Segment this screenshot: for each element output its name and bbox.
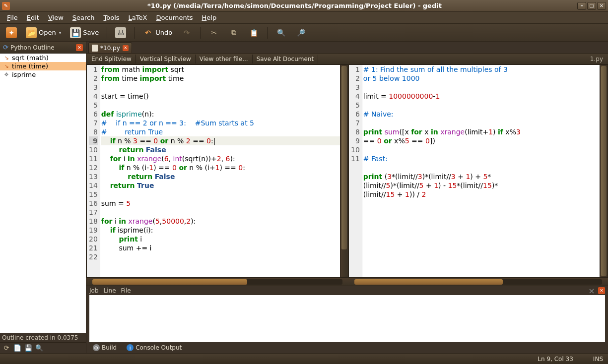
vscrollbar-left[interactable]	[340, 65, 348, 277]
outline-item-icon: ↘	[3, 63, 10, 70]
menu-latex[interactable]: LaTeX	[125, 13, 151, 22]
search-icon: 🔍	[275, 27, 286, 38]
document-icon	[92, 45, 98, 52]
window-controls: – ▢ ✕	[577, 2, 606, 10]
copy-icon: ⧉	[228, 27, 239, 38]
menu-tools[interactable]: Tools	[100, 13, 124, 22]
sidebar-status-text: Outline created in 0.0375	[0, 333, 86, 342]
outline-item-label: time (time)	[12, 62, 48, 70]
separator	[267, 27, 268, 39]
separator	[107, 27, 107, 39]
maximize-button[interactable]: ▢	[587, 2, 596, 10]
editor-left-pane: 12345678910111213141516171819202122 from…	[86, 64, 348, 286]
col-job: Job	[89, 287, 99, 294]
bottom-content[interactable]	[89, 295, 605, 342]
splitview-toolbar: End Splitview Vertical Splitview View ot…	[86, 54, 608, 64]
editor-tabs: *10.py ✕	[86, 42, 608, 54]
outline-item-label: isprime	[12, 71, 36, 78]
print-icon: 🖶	[115, 27, 126, 38]
bottom-panel: Job Line File × ✕ ⚙ Build i Console Outp…	[86, 286, 608, 353]
new-file-button[interactable]: ✦	[3, 26, 20, 40]
bottom-headers: Job Line File × ✕	[86, 286, 608, 295]
gutter-right: 1234567891011	[349, 65, 362, 277]
save-icon: 💾	[70, 27, 81, 38]
tab-10py[interactable]: *10.py ✕	[88, 42, 132, 53]
menu-search[interactable]: Search	[68, 13, 99, 22]
menu-help[interactable]: Help	[198, 13, 221, 22]
save-label: Save	[83, 29, 99, 36]
sidebar-header: ⟳ Python Outline ✕	[0, 42, 86, 54]
bottom-panel-close-2[interactable]: ✕	[598, 287, 605, 294]
cut-button[interactable]: ✂	[205, 26, 222, 40]
new-file-icon: ✦	[6, 27, 17, 38]
console-label: Console Output	[135, 344, 182, 351]
separator	[134, 27, 135, 39]
vscrollbar-right[interactable]	[600, 65, 608, 277]
alt-document-label: 1.py	[586, 55, 607, 63]
copy-button[interactable]: ⧉	[225, 26, 242, 40]
build-label: Build	[102, 344, 117, 351]
redo-button[interactable]: ↷	[178, 26, 195, 40]
undo-button[interactable]: ↶ Undo	[139, 26, 175, 40]
sidebar-refresh-icon[interactable]: ⟳	[2, 344, 11, 353]
code-right[interactable]: # 1: Find the sum of all the multiples o…	[362, 65, 600, 277]
save-button[interactable]: 💾 Save	[67, 26, 102, 40]
minimize-button[interactable]: –	[577, 2, 586, 10]
find-replace-button[interactable]: 🔎	[292, 26, 309, 40]
cursor-position: Ln 9, Col 33	[538, 356, 573, 363]
editor-right[interactable]: 1234567891011 # 1: Find the sum of all t…	[348, 64, 608, 278]
statusbar: Ln 9, Col 33 INS	[0, 353, 608, 364]
hscrollbar-left[interactable]	[86, 278, 348, 286]
editor-left[interactable]: 12345678910111213141516171819202122 from…	[86, 64, 348, 278]
sidebar-title: Python Outline	[10, 44, 55, 51]
refresh-icon[interactable]: ⟳	[3, 44, 8, 51]
chevron-down-icon: ▾	[59, 30, 62, 35]
sidebar-close-button[interactable]: ✕	[76, 44, 83, 51]
find-button[interactable]: 🔍	[272, 26, 289, 40]
view-other-file-button[interactable]: View other file...	[196, 55, 253, 63]
gutter-left: 12345678910111213141516171819202122	[87, 65, 100, 277]
separator	[200, 27, 201, 39]
editor-area: *10.py ✕ End Splitview Vertical Splitvie…	[86, 42, 608, 353]
sidebar-doc-icon[interactable]: 📄	[13, 344, 22, 353]
bottom-tab-console[interactable]: i Console Output	[122, 343, 186, 353]
col-line: Line	[104, 287, 116, 294]
toolbar: ✦ 📂 Open ▾ 💾 Save 🖶 ↶ Undo ↷ ✂ ⧉ 📋 🔍 🔎	[0, 24, 608, 42]
split-editors: 12345678910111213141516171819202122 from…	[86, 64, 608, 286]
open-label: Open	[39, 29, 56, 36]
vertical-splitview-button[interactable]: Vertical Splitview	[136, 55, 196, 63]
hscrollbar-right[interactable]	[348, 278, 608, 286]
col-file: File	[121, 287, 131, 294]
tab-label: *10.py	[100, 45, 120, 52]
end-splitview-button[interactable]: End Splitview	[87, 55, 136, 63]
window-title: *10.py (/media/Terra/home/simon/Document…	[12, 2, 577, 9]
main-area: ⟳ Python Outline ✕ ↘sqrt (math)↘time (ti…	[0, 42, 608, 353]
tab-close-button[interactable]: ✕	[123, 45, 129, 51]
sidebar-find-icon[interactable]: 🔍	[35, 344, 44, 353]
print-button[interactable]: 🖶	[112, 26, 129, 40]
save-alt-document-button[interactable]: Save Alt Document	[253, 55, 319, 63]
bottom-tab-build[interactable]: ⚙ Build	[88, 343, 121, 353]
outline-item-icon: ❖	[3, 71, 10, 78]
menu-view[interactable]: View	[44, 13, 68, 22]
code-left[interactable]: from math import sqrtfrom time import ti…	[100, 65, 340, 277]
menu-documents[interactable]: Documents	[152, 13, 197, 22]
sidebar-save-icon[interactable]: 💾	[24, 344, 33, 353]
sidebar-bottom-icons: ⟳ 📄 💾 🔍	[0, 342, 86, 353]
redo-icon: ↷	[181, 27, 192, 38]
cut-icon: ✂	[208, 27, 219, 38]
open-button[interactable]: 📂 Open ▾	[23, 26, 64, 40]
outline-tree[interactable]: ↘sqrt (math)↘time (time)❖isprime	[0, 54, 86, 333]
menu-edit[interactable]: Edit	[23, 13, 43, 22]
bottom-panel-close-1[interactable]: ×	[588, 287, 595, 294]
paste-button[interactable]: 📋	[245, 26, 262, 40]
menu-file[interactable]: File	[3, 13, 22, 22]
outline-item[interactable]: ↘time (time)	[0, 62, 86, 70]
menubar: File Edit View Search Tools LaTeX Docume…	[0, 12, 608, 24]
outline-item[interactable]: ❖isprime	[0, 70, 86, 79]
outline-item-icon: ↘	[3, 55, 10, 61]
insert-mode: INS	[593, 356, 603, 363]
outline-item[interactable]: ↘sqrt (math)	[0, 54, 86, 62]
folder-open-icon: 📂	[26, 27, 37, 38]
close-window-button[interactable]: ✕	[597, 2, 606, 10]
